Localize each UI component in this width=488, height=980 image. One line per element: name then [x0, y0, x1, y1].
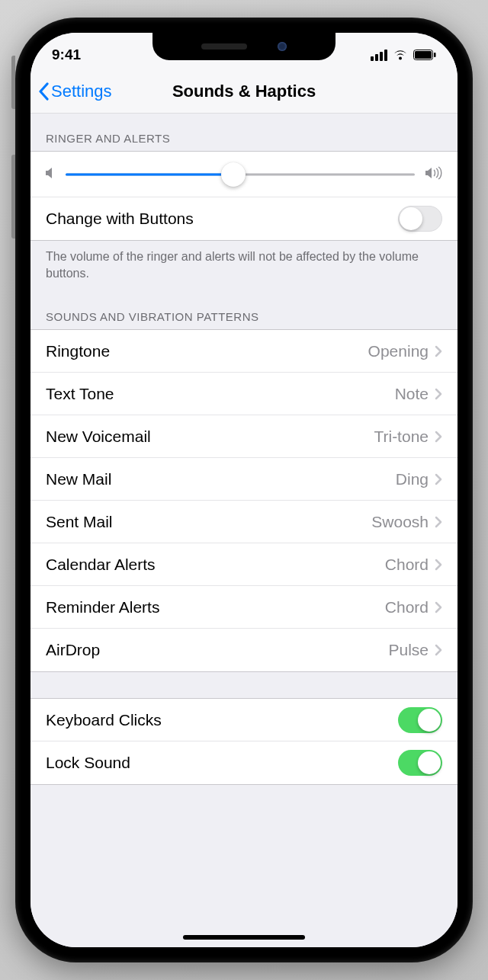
- list-item[interactable]: AirDropPulse: [30, 629, 458, 671]
- status-time: 9:41: [52, 46, 81, 63]
- chevron-right-icon: [435, 345, 442, 357]
- chevron-right-icon: [435, 601, 442, 613]
- row-label: Reminder Alerts: [46, 598, 385, 617]
- cellular-signal-icon: [371, 50, 387, 61]
- change-with-buttons-toggle[interactable]: [398, 206, 442, 232]
- row-value: Tri-tone: [374, 428, 429, 446]
- row-label: AirDrop: [46, 641, 388, 659]
- keyboard-clicks-label: Keyboard Clicks: [46, 711, 398, 729]
- wifi-icon: [393, 50, 408, 61]
- row-value: Opening: [368, 342, 429, 360]
- front-camera: [278, 42, 287, 51]
- row-lock-sound[interactable]: Lock Sound: [30, 741, 458, 784]
- device-frame: 9:41 Settings Sounds & Haptics: [15, 18, 473, 962]
- back-label: Settings: [51, 82, 112, 101]
- row-value: Swoosh: [371, 513, 429, 531]
- back-button[interactable]: Settings: [38, 82, 112, 101]
- list-item[interactable]: Text ToneNote: [30, 373, 458, 415]
- row-value: Pulse: [388, 641, 429, 659]
- row-keyboard-clicks[interactable]: Keyboard Clicks: [30, 699, 458, 741]
- chevron-right-icon: [435, 516, 442, 528]
- row-value: Ding: [396, 470, 429, 488]
- earpiece-speaker: [201, 43, 247, 50]
- volume-low-icon: [46, 167, 55, 182]
- chevron-left-icon: [38, 82, 50, 101]
- row-label: New Mail: [46, 470, 396, 488]
- volume-high-icon: [425, 166, 442, 183]
- list-item[interactable]: New MailDing: [30, 458, 458, 501]
- lock-sound-label: Lock Sound: [46, 754, 398, 772]
- chevron-right-icon: [435, 644, 442, 656]
- row-label: Ringtone: [46, 342, 368, 360]
- list-item[interactable]: Reminder AlertsChord: [30, 586, 458, 629]
- screen: 9:41 Settings Sounds & Haptics: [30, 33, 458, 947]
- list-item[interactable]: Sent MailSwoosh: [30, 501, 458, 543]
- keyboard-clicks-toggle[interactable]: [398, 707, 442, 733]
- content: RINGER AND ALERTS Change: [30, 114, 458, 947]
- chevron-right-icon: [435, 473, 442, 485]
- row-label: Text Tone: [46, 385, 395, 403]
- volume-slider[interactable]: [66, 162, 415, 187]
- list-item[interactable]: RingtoneOpening: [30, 330, 458, 373]
- svg-rect-1: [415, 51, 432, 59]
- row-label: Calendar Alerts: [46, 556, 385, 574]
- row-label: Sent Mail: [46, 513, 371, 531]
- list-item[interactable]: New VoicemailTri-tone: [30, 415, 458, 458]
- group-ringer: Change with Buttons: [30, 151, 458, 241]
- list-item[interactable]: Calendar AlertsChord: [30, 543, 458, 586]
- section-footer-ringer: The volume of the ringer and alerts will…: [30, 241, 458, 292]
- volume-slider-row: [30, 152, 458, 197]
- change-with-buttons-label: Change with Buttons: [46, 210, 398, 228]
- row-value: Chord: [385, 556, 429, 574]
- lock-sound-toggle[interactable]: [398, 750, 442, 776]
- page-title: Sounds & Haptics: [172, 82, 316, 101]
- nav-bar: Settings Sounds & Haptics: [30, 69, 458, 114]
- section-header-patterns: SOUNDS AND VIBRATION PATTERNS: [30, 292, 458, 329]
- row-label: New Voicemail: [46, 428, 374, 446]
- battery-icon: [413, 50, 436, 60]
- row-change-with-buttons[interactable]: Change with Buttons: [30, 197, 458, 240]
- group-patterns: RingtoneOpeningText ToneNoteNew Voicemai…: [30, 329, 458, 672]
- group-misc-toggles: Keyboard Clicks Lock Sound: [30, 698, 458, 785]
- home-indicator[interactable]: [183, 935, 305, 940]
- notch: [152, 33, 336, 60]
- chevron-right-icon: [435, 559, 442, 571]
- chevron-right-icon: [435, 388, 442, 400]
- svg-rect-2: [434, 53, 436, 57]
- section-header-ringer: RINGER AND ALERTS: [30, 114, 458, 151]
- row-value: Note: [395, 385, 429, 403]
- chevron-right-icon: [435, 431, 442, 443]
- row-value: Chord: [385, 598, 429, 617]
